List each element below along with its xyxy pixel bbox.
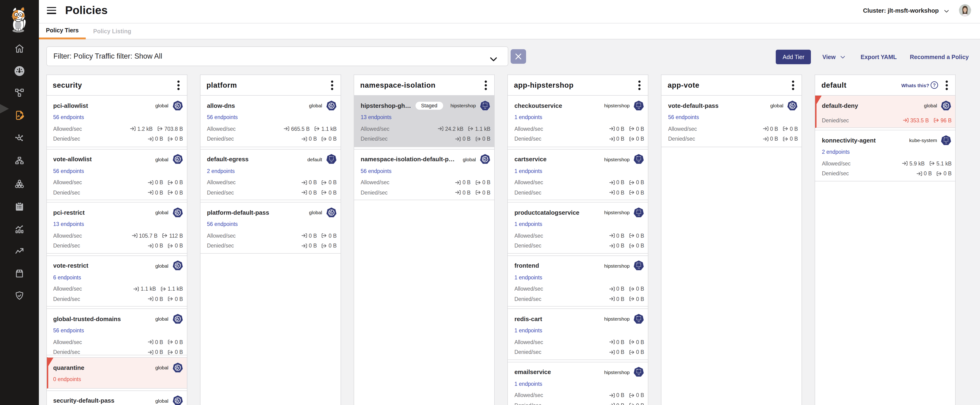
svg-text:ns: ns [945, 142, 947, 144]
svg-text:ns: ns [638, 214, 640, 216]
svg-text:ns: ns [638, 267, 640, 269]
svg-text:ns: ns [330, 161, 332, 163]
svg-text:ns: ns [638, 161, 640, 163]
svg-text:?: ? [933, 83, 936, 88]
svg-text:ns: ns [638, 320, 640, 322]
svg-text:ns: ns [638, 107, 640, 109]
svg-text:ns: ns [638, 373, 640, 375]
svg-text:ns: ns [484, 107, 486, 109]
